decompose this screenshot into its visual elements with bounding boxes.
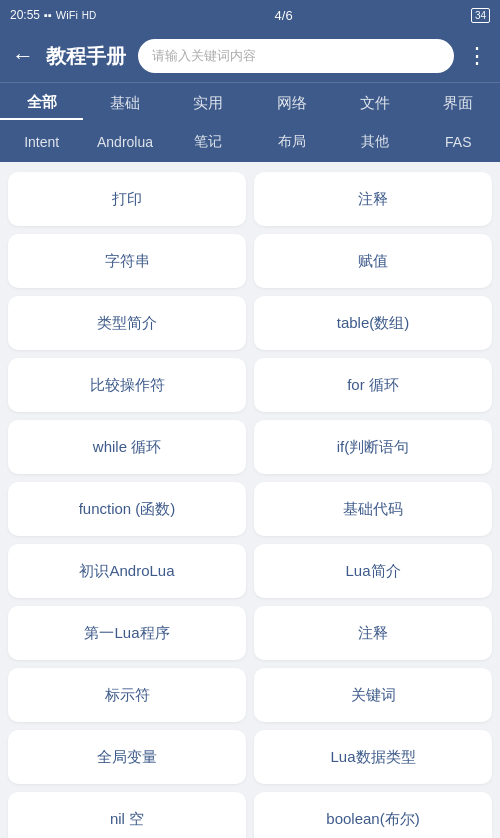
list-item[interactable]: 全局变量	[8, 730, 246, 784]
list-item[interactable]: 注释	[254, 606, 492, 660]
top-bar: ← 教程手册 请输入关键词内容 ⋮	[0, 30, 500, 82]
list-item[interactable]: 注释	[254, 172, 492, 226]
grid-item-label: 字符串	[105, 252, 150, 271]
grid-item-label: 全局变量	[97, 748, 157, 767]
category-tabs-row1: 全部基础实用网络文件界面	[0, 82, 500, 124]
grid-item-label: table(数组)	[337, 314, 410, 333]
grid-item-label: 赋值	[358, 252, 388, 271]
grid-item-label: while 循环	[93, 438, 161, 457]
status-bar: 20:55 ▪▪ WiFi HD 4/6 34	[0, 0, 500, 30]
status-right: 34	[471, 8, 490, 23]
tab1-item-3[interactable]: 网络	[250, 88, 333, 119]
tab2-item-0[interactable]: Intent	[0, 129, 83, 155]
hd-icon: HD	[82, 10, 96, 21]
grid-item-label: 比较操作符	[90, 376, 165, 395]
tab1-item-5[interactable]: 界面	[417, 88, 500, 119]
list-item[interactable]: Lua数据类型	[254, 730, 492, 784]
list-item[interactable]: 标示符	[8, 668, 246, 722]
status-left: 20:55 ▪▪ WiFi HD	[10, 8, 96, 22]
category-tabs-row2: IntentAndrolua笔记布局其他FAS	[0, 124, 500, 162]
tab2-item-2[interactable]: 笔记	[167, 128, 250, 156]
list-item[interactable]: boolean(布尔)	[254, 792, 492, 838]
grid-item-label: 第一Lua程序	[84, 624, 169, 643]
list-item[interactable]: 初识AndroLua	[8, 544, 246, 598]
tab2-item-4[interactable]: 其他	[333, 128, 416, 156]
list-item[interactable]: 比较操作符	[8, 358, 246, 412]
grid-item-label: 类型简介	[97, 314, 157, 333]
wifi-icon: WiFi	[56, 9, 78, 21]
grid-item-label: 基础代码	[343, 500, 403, 519]
list-item[interactable]: while 循环	[8, 420, 246, 474]
list-item[interactable]: function (函数)	[8, 482, 246, 536]
tab1-item-2[interactable]: 实用	[167, 88, 250, 119]
grid-item-label: Lua数据类型	[330, 748, 415, 767]
list-item[interactable]: 赋值	[254, 234, 492, 288]
grid-item-label: 注释	[358, 190, 388, 209]
list-item[interactable]: for 循环	[254, 358, 492, 412]
list-item[interactable]: 关键词	[254, 668, 492, 722]
page-title: 教程手册	[46, 43, 126, 70]
grid-item-label: 标示符	[105, 686, 150, 705]
tab1-item-0[interactable]: 全部	[0, 87, 83, 120]
time: 20:55	[10, 8, 40, 22]
tab2-item-5[interactable]: FAS	[417, 129, 500, 155]
list-item[interactable]: 基础代码	[254, 482, 492, 536]
search-input[interactable]: 请输入关键词内容	[152, 47, 256, 65]
grid-item-label: 初识AndroLua	[79, 562, 174, 581]
list-item[interactable]: 字符串	[8, 234, 246, 288]
tab1-item-1[interactable]: 基础	[83, 88, 166, 119]
grid-item-label: for 循环	[347, 376, 399, 395]
list-item[interactable]: if(判断语句	[254, 420, 492, 474]
tab2-item-1[interactable]: Androlua	[83, 129, 166, 155]
content-grid: 打印注释字符串赋值类型简介table(数组)比较操作符for 循环while 循…	[0, 162, 500, 838]
list-item[interactable]: table(数组)	[254, 296, 492, 350]
grid-item-label: nil 空	[110, 810, 144, 829]
search-box[interactable]: 请输入关键词内容	[138, 39, 454, 73]
list-item[interactable]: 打印	[8, 172, 246, 226]
list-item[interactable]: nil 空	[8, 792, 246, 838]
list-item[interactable]: 类型简介	[8, 296, 246, 350]
tab1-item-4[interactable]: 文件	[333, 88, 416, 119]
battery-indicator: 34	[471, 8, 490, 23]
grid-item-label: 关键词	[351, 686, 396, 705]
more-button[interactable]: ⋮	[462, 39, 492, 73]
grid-item-label: 注释	[358, 624, 388, 643]
list-item[interactable]: 第一Lua程序	[8, 606, 246, 660]
signal-icon: ▪▪	[44, 9, 52, 21]
page-info: 4/6	[275, 8, 293, 23]
grid-item-label: boolean(布尔)	[326, 810, 419, 829]
grid-item-label: Lua简介	[345, 562, 400, 581]
grid-item-label: 打印	[112, 190, 142, 209]
back-button[interactable]: ←	[8, 41, 38, 71]
tab2-item-3[interactable]: 布局	[250, 128, 333, 156]
grid-item-label: if(判断语句	[337, 438, 410, 457]
list-item[interactable]: Lua简介	[254, 544, 492, 598]
grid-item-label: function (函数)	[79, 500, 176, 519]
